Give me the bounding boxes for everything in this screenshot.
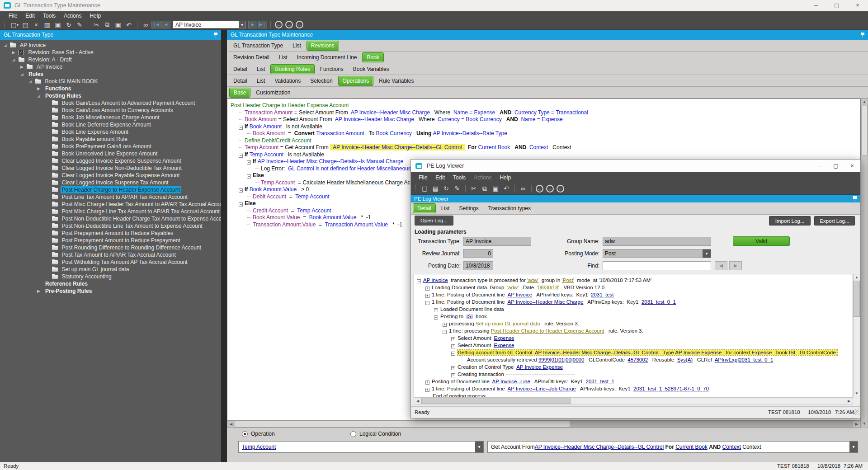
collapse-node-icon[interactable]: − <box>425 301 429 305</box>
save-icon[interactable]: ▤ <box>20 21 31 28</box>
tree-item-revision-a-draft[interactable]: ◢Revision: A - Draft <box>0 56 221 63</box>
tree-item-rules[interactable]: ◢Rules <box>0 70 221 78</box>
refresh-icon[interactable]: ↻ <box>63 21 74 28</box>
horizontal-scrollbar[interactable]: ◀ ▶ <box>414 397 853 404</box>
scroll-up-icon[interactable]: ▲ <box>861 99 868 106</box>
close-icon[interactable]: × <box>844 160 860 172</box>
tree-item-clear-logged-invoice-non-deductible-tax-amount[interactable]: Clear Logged Invoice Non-Deductible Tax … <box>0 164 221 172</box>
expand-node-icon[interactable]: + <box>425 381 429 385</box>
back-icon[interactable]: ← <box>275 21 283 28</box>
chevron-down-icon[interactable]: ▾ <box>475 442 483 452</box>
log-node[interactable]: +Posting of Document line AP Invoice--Li… <box>414 378 853 385</box>
expand-node-icon[interactable]: + <box>434 308 438 312</box>
new-icon[interactable]: ▢ <box>419 185 430 192</box>
posting-mode-dropdown[interactable]: Post ▾ <box>603 249 711 258</box>
code-line[interactable]: Book Amount = Convert Transaction Amount… <box>227 130 860 137</box>
back-icon[interactable]: ← <box>536 185 543 193</box>
code-line[interactable]: Define Debit/Credit Account <box>227 137 860 145</box>
binoculars-icon[interactable]: ∞ <box>140 21 151 28</box>
tree-item-book-payable-amount-rule[interactable]: Book Payable amount Rule <box>0 136 221 143</box>
pe-tab-list[interactable]: List <box>437 203 454 213</box>
tree-item-post-rounding-difference-to-rounding-difference-account[interactable]: Post Rounding Difference to Rounding Dif… <box>0 244 221 251</box>
tree-item-book-job-miscellaneous-charge-amount[interactable]: Book Job Miscellaneous Charge Amount <box>0 114 221 121</box>
menu-tools[interactable]: Tools <box>449 174 470 182</box>
tree-item-book-isi-main-book[interactable]: ◢Book:ISI MAIN BOOK <box>0 78 221 85</box>
chevron-down-icon[interactable]: ▾ <box>849 442 858 452</box>
undo-icon[interactable]: ↶ <box>123 21 134 28</box>
scrollbar-thumb[interactable] <box>854 281 860 317</box>
code-line[interactable]: −If Temp Account is not Available <box>227 151 860 159</box>
valid-status-badge[interactable]: Valid <box>733 236 790 246</box>
collapse-icon[interactable]: ◢ <box>37 92 40 99</box>
expand-node-icon[interactable]: + <box>425 388 429 392</box>
delete-icon[interactable]: × <box>31 21 42 28</box>
tab-detail[interactable]: Detail <box>229 64 251 74</box>
collapse-node-icon[interactable]: − <box>247 160 251 164</box>
expand-node-icon[interactable]: + <box>451 366 455 370</box>
tree-item-pre-posting-rules[interactable]: ▶Pre-Posting Rules <box>0 287 221 295</box>
log-node[interactable]: −Posting to ISI book <box>414 313 853 320</box>
tree-item-statutory-accounting[interactable]: Statutory Accounting <box>0 273 221 280</box>
open-log-button[interactable]: Open Log... <box>415 216 453 226</box>
expand-node-icon[interactable]: + <box>451 337 455 341</box>
pe-tab-transaction-types[interactable]: Transaction types <box>484 203 535 213</box>
tree-item-post-witholding-tax-amount-ap-tax-accrual-account[interactable]: Post Witholding Tax Amount AP Tax Accrua… <box>0 258 221 266</box>
minimize-icon[interactable]: ─ <box>806 0 826 11</box>
paste-icon[interactable]: ▣ <box>490 185 501 192</box>
tree-item-post-non-deductible-line-tax-amount-to-expense-account[interactable]: Post Non-Deductible Line Tax Amount to E… <box>0 222 221 230</box>
log-node[interactable]: +1 line: Posting of Document line AP Inv… <box>414 385 853 392</box>
tree-item-book-prepayment-gain-loss-amount[interactable]: Book PrePayment Gain/Loss Amount <box>0 143 221 150</box>
log-node[interactable]: −1 line: processing Post Header Charge t… <box>414 327 853 334</box>
collapse-node-icon[interactable]: − <box>451 352 455 356</box>
last-record-button[interactable]: ▶❘ <box>258 21 267 28</box>
copy-icon[interactable]: ⧉ <box>102 21 113 28</box>
clean-icon[interactable]: ✎ <box>452 185 462 192</box>
scroll-up-icon[interactable]: ▲ <box>854 274 860 281</box>
posting-date-field[interactable]: 10/8/2018 <box>463 261 493 270</box>
code-line[interactable]: −If Book Amount is not Available <box>227 123 860 131</box>
menu-tools[interactable]: Tools <box>39 12 60 20</box>
code-line[interactable]: Post Header Charge to Header Expense Acc… <box>227 102 860 109</box>
tree-item-clear-logged-invoice-payable-suspense-amount[interactable]: Clear Logged Invoice Payable Suspense Am… <box>0 172 221 179</box>
paste-special-icon[interactable]: ▣ <box>52 21 63 28</box>
tab-book[interactable]: Book <box>362 52 383 62</box>
export-log-button[interactable]: Export Log... <box>814 216 855 226</box>
tab-rule-variables[interactable]: Rule Variables <box>375 76 418 86</box>
operation-radio[interactable] <box>242 431 248 437</box>
tree-item-clear-logged-invoice-suspense-tax-amount[interactable]: Clear Logged Invoice Suspense Tax Amount <box>0 179 221 186</box>
save-icon[interactable]: ▤ <box>430 185 441 192</box>
import-log-button[interactable]: Import Log... <box>769 216 811 226</box>
tab-book-variables[interactable]: Book Variables <box>349 64 393 74</box>
tree-item-post-misc-charge-header-tax-amount-to-ap-ar-tax-accrual-account[interactable]: Post Misc Charge Header Tax Amount to AP… <box>0 201 221 208</box>
cut-icon[interactable]: ✂ <box>468 185 479 192</box>
tab-incoming-document-line[interactable]: Incoming Document Line <box>293 52 361 62</box>
menu-help[interactable]: Help <box>85 12 105 20</box>
pin-icon[interactable] <box>213 32 218 38</box>
first-record-button[interactable]: ❘◀ <box>151 21 160 28</box>
menu-help[interactable]: Help <box>495 174 515 182</box>
pe-tab-settings[interactable]: Settings <box>455 203 482 213</box>
tree-item-revision-base-std-active[interactable]: ▶✓Revision: Base Std - Active <box>0 49 221 56</box>
log-node[interactable]: −AP Invoice transaction type is processe… <box>414 277 853 284</box>
menu-edit[interactable]: Edit <box>21 12 39 20</box>
collapse-node-icon[interactable]: − <box>239 188 243 193</box>
expand-icon[interactable]: ▶ <box>12 49 15 56</box>
tab-validations[interactable]: Validations <box>270 76 305 86</box>
scroll-left-icon[interactable]: ◀ <box>414 398 421 404</box>
scroll-right-icon[interactable]: ▶ <box>845 398 853 404</box>
target-variable-combo[interactable]: Temp Account ▾ <box>238 441 484 453</box>
collapse-icon[interactable]: ◢ <box>29 78 32 85</box>
log-node[interactable]: +Creation of Control Type AP Invoice Exp… <box>414 363 853 371</box>
tree-item-book-unreceived-line-expense-amount[interactable]: Book Unreceived Line Expense Amount <box>0 150 221 157</box>
logical-condition-radio[interactable] <box>350 431 356 437</box>
find-next-button[interactable]: ▶ <box>729 261 742 270</box>
pe-titlebar[interactable]: PE Log Viewer ─ ▢ × <box>411 160 860 172</box>
tab-list[interactable]: List <box>253 64 269 74</box>
log-node[interactable]: End of posting process. <box>414 392 853 397</box>
log-node[interactable]: +Loaded Document line data <box>414 306 853 313</box>
tab-selection[interactable]: Selection <box>306 76 336 86</box>
scrollbar-thumb[interactable] <box>421 398 571 404</box>
expression-combo[interactable]: Get Account FromAP Invoice--Header Misc … <box>487 441 858 453</box>
resize-grip[interactable] <box>854 409 859 415</box>
cut-icon[interactable]: ✂ <box>91 21 102 28</box>
